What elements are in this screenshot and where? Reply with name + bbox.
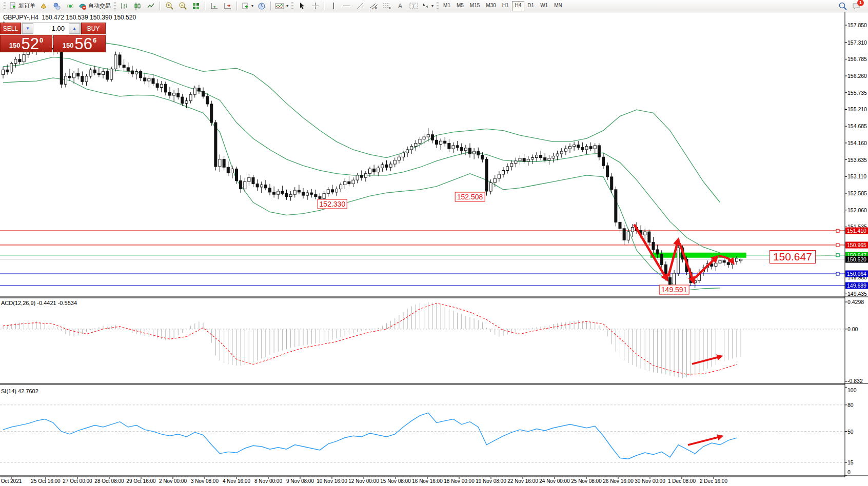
chart-canvas[interactable]	[0, 0, 868, 486]
line-chart-icon	[147, 2, 155, 10]
metaeditor-button[interactable]	[37, 1, 50, 11]
crosshair-icon	[311, 2, 319, 10]
volume-value[interactable]: 1.00	[33, 23, 69, 34]
timeframe-w1[interactable]: W1	[537, 1, 551, 11]
toolbar-grip[interactable]	[4, 2, 6, 10]
indicators-button[interactable]: ▾	[273, 1, 290, 11]
timeframe-m5[interactable]: M5	[453, 1, 467, 11]
market-button[interactable]	[50, 1, 64, 11]
trendline-icon	[357, 2, 364, 10]
macd-name: ACD(12,26,9)	[1, 300, 35, 306]
auto-scroll-icon	[210, 2, 219, 10]
ask-prefix: 150	[63, 42, 74, 49]
cursor-tool-button[interactable]	[295, 1, 308, 11]
new-chart-button[interactable]: ▾	[240, 1, 255, 11]
timeframe-mn[interactable]: MN	[551, 1, 565, 11]
text-tool-button[interactable]: A	[393, 1, 407, 11]
arrow-objects-icon	[422, 2, 429, 10]
timeframe-m30[interactable]: M30	[483, 1, 499, 11]
chart-shift-button[interactable]	[221, 1, 234, 11]
macd-pane-label: ACD(12,26,9) -0.4421 -0.5534	[1, 300, 77, 306]
vertical-line-icon	[330, 2, 337, 10]
bar-chart-icon	[120, 2, 128, 10]
new-order-icon	[9, 2, 17, 10]
signals-icon	[66, 2, 74, 10]
ask-price-box[interactable]: 150 56 6	[53, 35, 106, 52]
vline-tool-button[interactable]	[327, 1, 340, 11]
autotrade-icon	[78, 2, 87, 10]
zoom-in-icon	[165, 2, 174, 10]
new-order-label: 新订单	[18, 2, 35, 10]
metaeditor-icon	[40, 2, 48, 10]
horizontal-line-icon	[343, 2, 351, 10]
new-chart-caret: ▾	[251, 4, 253, 8]
cursor-icon	[298, 2, 306, 10]
toolbar-grip[interactable]	[437, 2, 439, 10]
mt4-terminal: { "toolbar": { "new_order": "新订单", "auto…	[0, 0, 868, 486]
toolbar-grip[interactable]	[291, 2, 293, 10]
ask-point: 6	[93, 36, 96, 44]
macd-signal-value: -0.5534	[58, 300, 77, 306]
volume-stepper: ▼ 1.00 ▲	[22, 23, 81, 34]
arrows-caret: ▾	[431, 4, 433, 8]
bid-price-box[interactable]: 150 52 0	[0, 35, 52, 52]
candlestick-button[interactable]	[131, 1, 144, 11]
trendline-tool-button[interactable]	[353, 1, 367, 11]
toolbar-separator	[160, 2, 161, 10]
svg-text:T: T	[412, 4, 415, 9]
hline-tool-button[interactable]	[340, 1, 353, 11]
timeframe-h1[interactable]: H1	[499, 1, 512, 11]
autotrade-button[interactable]: 自动交易	[77, 1, 112, 11]
line-chart-button[interactable]	[144, 1, 157, 11]
chart-shift-icon	[224, 2, 232, 10]
auto-scroll-button[interactable]	[208, 1, 221, 11]
signals-button[interactable]	[64, 1, 77, 11]
rsi-name: SI(14)	[1, 388, 16, 394]
symbol-ohlc: 150.472 150.539 150.390 150.520	[42, 14, 136, 21]
bar-chart-button[interactable]	[117, 1, 131, 11]
equidistant-channel-icon: E	[369, 2, 378, 10]
arrows-tool-button[interactable]: ▾	[420, 1, 435, 11]
clock-icon	[258, 2, 266, 10]
indicators-icon	[275, 2, 284, 10]
fibonacci-tool-button[interactable]: F	[380, 1, 393, 11]
period-clock-button[interactable]	[255, 1, 268, 11]
timeframe-h4[interactable]: H4	[512, 1, 525, 11]
bid-point: 0	[40, 36, 43, 44]
timeframe-m1[interactable]: M1	[440, 1, 453, 11]
text-label-icon: T	[409, 2, 418, 10]
notifications-button[interactable]: 1	[852, 2, 861, 11]
crosshair-tool-button[interactable]	[308, 1, 322, 11]
label-tool-button[interactable]: T	[407, 1, 420, 11]
svg-text:E: E	[375, 7, 377, 10]
search-button[interactable]	[838, 2, 847, 11]
buy-button[interactable]: BUY	[81, 23, 106, 34]
autotrade-label: 自动交易	[88, 2, 111, 10]
new-order-button[interactable]: 新订单	[7, 1, 37, 11]
fibonacci-icon: F	[383, 2, 391, 10]
toolbar-grip[interactable]	[114, 2, 116, 10]
rsi-pane-label: SI(14) 42.7602	[1, 388, 38, 394]
timeframe-d1[interactable]: D1	[524, 1, 537, 11]
ask-pips: 56	[74, 37, 92, 51]
tile-windows-icon	[192, 2, 200, 10]
candlestick-icon	[133, 2, 142, 10]
channel-tool-button[interactable]: E	[367, 1, 380, 11]
toolbar-separator	[324, 2, 325, 10]
timeframe-m15[interactable]: M15	[467, 1, 483, 11]
market-icon	[53, 2, 61, 10]
volume-down-button[interactable]: ▼	[22, 23, 33, 34]
one-click-trading-panel: SELL ▼ 1.00 ▲ BUY 150 52 0 150 56 6	[0, 23, 106, 52]
sell-button[interactable]: SELL	[0, 23, 21, 34]
zoom-in-button[interactable]	[163, 1, 176, 11]
zoom-out-button[interactable]	[176, 1, 189, 11]
main-toolbar: 新订单 自动交易 ▾	[0, 0, 868, 12]
bid-prefix: 150	[9, 42, 21, 49]
new-chart-icon	[241, 2, 249, 10]
toolbar-separator	[236, 2, 238, 10]
volume-up-button[interactable]: ▲	[69, 23, 80, 34]
symbol-name: GBPJPY-,H4	[3, 14, 38, 21]
toolbar-separator	[270, 2, 271, 10]
tile-windows-button[interactable]	[189, 1, 203, 11]
zoom-out-icon	[179, 2, 187, 10]
